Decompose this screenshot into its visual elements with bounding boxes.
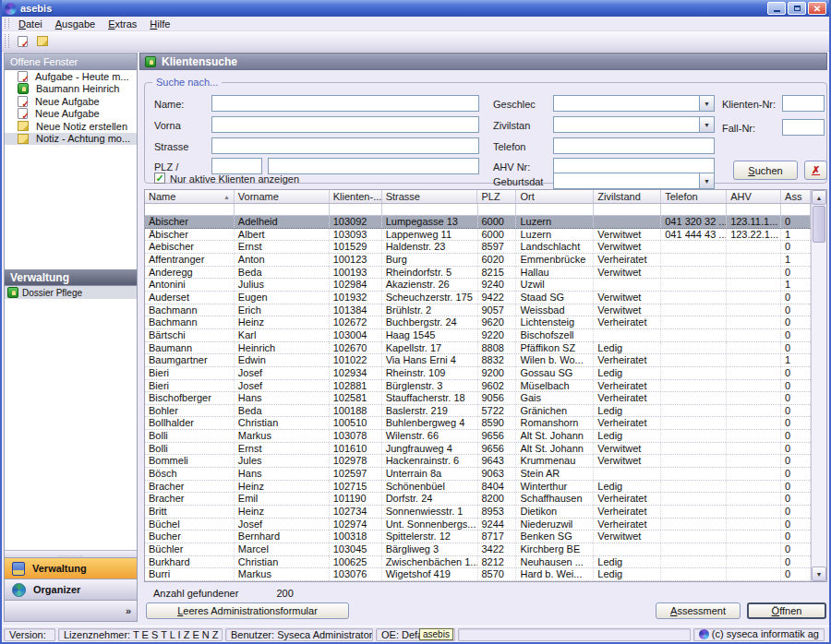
house-icon [18,83,29,94]
sort-asc-icon: ▲ [223,194,230,200]
column-header-name[interactable]: Name▲ [145,190,235,203]
table-row[interactable]: AudersetEugen101932Scheuchzerstr. 175942… [145,292,811,304]
table-row[interactable]: AntoniniJulius102984Akazienstr. 269240Uz… [145,279,811,292]
sidebar-item[interactable]: Neue Notiz erstellen [5,120,137,133]
table-row[interactable]: BärtschiKarl103004Haag 15459220Bischofsz… [145,329,811,342]
active-only-checkbox[interactable]: ✓ [154,173,165,184]
telefon-input[interactable] [553,137,715,154]
table-row[interactable]: BüchelJosef102974Unt. Sonnenbergs...9244… [145,519,811,531]
sidebar-item[interactable]: Dossier Pflege [5,286,137,299]
filter-cell[interactable] [781,204,811,215]
table-row[interactable]: BollhalderChristian100510Buhlenbergweg 4… [145,417,811,430]
table-row[interactable]: BachmannHeinz102672Buchbergstr. 249620Li… [145,316,811,329]
admin-form-button[interactable]: Leeres Administrationsformular [146,602,349,619]
chevron-down-icon[interactable]: ▼ [699,173,714,188]
scroll-up-icon[interactable]: ▲ [812,190,826,205]
minimize-button[interactable] [767,2,786,15]
klienten-nr-input[interactable] [782,95,825,112]
sidebar-item[interactable]: Aufgabe - Heute m... [5,70,137,83]
chevron-down-icon[interactable]: ▼ [699,117,714,132]
table-row[interactable]: AffentrangerAnton100123Burg6020Emmenbrüc… [145,254,811,267]
vorname-input[interactable] [211,116,479,133]
restore-button[interactable] [788,2,806,15]
clear-search-button[interactable]: ✗ [804,161,827,180]
filter-cell[interactable] [145,204,235,215]
column-header-strasse[interactable]: Strasse [382,190,478,203]
menu-datei[interactable]: Datei [12,18,49,30]
fall-nr-label: Fall-Nr: [722,123,755,134]
filter-cell[interactable] [382,204,478,215]
sidebar-item[interactable]: Neue Aufgabe [5,95,137,108]
fall-nr-input[interactable] [782,119,825,136]
table-row[interactable]: ÄbischerAlbert103093Lappenweg 116000Luze… [145,229,811,242]
column-header-vorname[interactable]: Vorname [235,190,330,203]
filter-cell[interactable] [235,204,330,215]
table-row[interactable]: BolliErnst101610Jungfrauweg 49656Alt St.… [145,443,811,456]
sidebar: Offene Fenster Aufgabe - Heute m...Bauma… [4,53,138,622]
table-row[interactable]: BaumgartnerEdwin101022Via Hans Erni 4883… [145,354,811,367]
table-row[interactable]: BurkhardChristian100625Zwischenbächen 1.… [145,556,811,569]
column-header-plz[interactable]: PLZ [477,190,516,203]
table-row[interactable]: BöschHans102597Unterrain 8a9063Stein AR0 [145,468,811,481]
table-row[interactable]: BommeliJules102978Hackenrainstr. 69643Kr… [145,455,811,468]
search-button[interactable]: Suchen [733,161,798,180]
chevrons-button[interactable]: » [126,605,131,616]
table-row[interactable]: BüchlerMarcel103045Bärgliweg 33422Kirchb… [145,543,811,556]
zivilstand-select[interactable]: ▼ [553,116,715,133]
table-row[interactable]: ÄbischerAdelheid103092Lumpegasse 136000L… [145,216,811,229]
assessment-button[interactable]: Assessment [656,602,741,619]
table-row[interactable]: AebischerErnst101529Haldenstr. 238597Lan… [145,241,811,254]
geschlecht-select[interactable]: ▼ [553,95,715,112]
table-row[interactable]: BucherBernhard100318Spittelerstr. 128717… [145,531,811,543]
plz-input[interactable] [211,158,262,174]
column-header-klienten[interactable]: Klienten-... [330,190,382,203]
table-row[interactable]: AndereggBeda100193Rheindorfstr. 58215Hal… [145,267,811,280]
filter-cell[interactable] [478,204,517,215]
scrollbar-thumb[interactable] [813,206,825,243]
menu-hilfe[interactable]: Hilfe [143,18,176,30]
table-row[interactable]: BolliMarkus103078Wilenstr. 669656Alt St.… [145,430,811,443]
geschlecht-label: Geschlec [493,99,536,110]
nav-resize-grip[interactable]: ......... [5,550,137,557]
search-group: Suche nach... Name: Vorna Strasse PLZ / … [144,82,827,184]
column-header-ass[interactable]: Ass [781,190,811,203]
main-content: Klientensuche Suche nach... Name: Vorna … [138,52,829,626]
column-header-telefon[interactable]: Telefon [661,190,727,203]
ort-input[interactable] [268,158,479,174]
sidebar-item[interactable]: Baumann Heinrich [5,83,137,96]
table-row[interactable]: BieriJosef102881Bürglenstr. 39602Müselba… [145,380,811,393]
new-task-button[interactable] [12,32,32,50]
scroll-down-icon[interactable]: ▼ [812,566,826,581]
name-input[interactable] [211,95,479,112]
filter-cell[interactable] [330,204,382,215]
nav-organizer[interactable]: Organizer [5,578,137,600]
sidebar-item[interactable]: Neue Aufgabe [5,108,137,121]
filter-cell[interactable] [516,204,594,215]
open-button[interactable]: Öffnen [747,602,826,619]
table-row[interactable]: BurriMarkus103076Wigetshof 4198570Hard b… [145,568,811,581]
column-header-zivilstand[interactable]: Zivilstand [594,190,661,203]
sidebar-item[interactable]: Notiz - Achtung mo... [5,133,137,146]
menu-ausgabe[interactable]: Ausgabe [49,18,102,30]
table-row[interactable]: BieriJosef102934Rheinstr. 1099200Gossau … [145,367,811,380]
table-row[interactable]: BaumannHeinrich102670Kapellstr. 178808Pf… [145,342,811,355]
column-header-ort[interactable]: Ort [516,190,594,203]
close-button[interactable]: ✕ [808,2,826,15]
column-header-ahv[interactable]: AHV [727,190,781,203]
table-row[interactable]: BracherHeinz102715Schönenbüel8404Wintert… [145,481,811,494]
table-row[interactable]: BrittHeinz102734Sonnenwiesstr. 18953Diet… [145,506,811,519]
geburtsdatum-select[interactable]: ▼ [553,173,715,189]
filter-cell[interactable] [661,204,727,215]
chevron-down-icon[interactable]: ▼ [699,96,714,111]
table-row[interactable]: BohlerBeda100188Baslerstr. 2195722Gränic… [145,405,811,418]
menu-extras[interactable]: Extras [102,18,143,30]
table-row[interactable]: BischofbergerHans102581Stauffacherstr. 1… [145,392,811,405]
strasse-input[interactable] [211,137,479,154]
filter-cell[interactable] [727,204,781,215]
vertical-scrollbar[interactable]: ▲ ▼ [811,190,826,581]
table-row[interactable]: BracherEmil101190Dorfstr. 248200Schaffha… [145,493,811,506]
table-row[interactable]: BachmannErich101384Brühlstr. 29057Weissb… [145,304,811,317]
new-note-button[interactable] [32,32,53,50]
filter-cell[interactable] [594,204,661,215]
nav-verwaltung[interactable]: Verwaltung [5,557,137,578]
